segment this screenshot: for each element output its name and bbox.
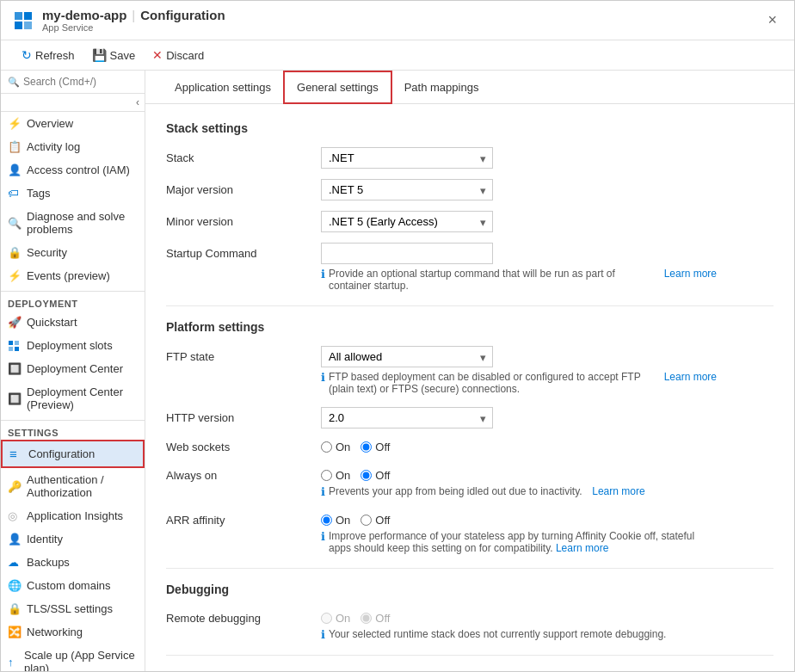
always-on-off-label[interactable]: Off (361, 469, 390, 482)
ftp-learn-more-link[interactable]: Learn more (664, 371, 717, 383)
sidebar-item-iam[interactable]: 👤 Access control (IAM) (1, 158, 145, 182)
sidebar-item-quickstart[interactable]: 🚀 Quickstart (1, 311, 145, 334)
tab-app-settings[interactable]: Application settings (163, 71, 283, 103)
divider-1 (166, 305, 773, 306)
remote-debug-info-row: ℹ Your selected runtime stack does not c… (321, 628, 717, 641)
stack-label: Stack (166, 151, 321, 164)
cert-section-title: Incoming client certificates (166, 669, 773, 671)
tab-general-settings[interactable]: General settings (283, 71, 392, 104)
always-on-control: On Off (321, 465, 390, 482)
custom-domains-icon: 🌐 (8, 579, 22, 592)
sidebar-item-events[interactable]: ⚡ Events (preview) (1, 264, 145, 287)
arr-learn-more-link[interactable]: Learn more (556, 542, 608, 554)
startup-learn-more-link[interactable]: Learn more (664, 268, 717, 280)
backups-icon: ☁ (8, 556, 22, 569)
startup-info-icon: ℹ (321, 268, 325, 281)
startup-command-control (321, 243, 493, 264)
web-sockets-label: Web sockets (166, 441, 321, 453)
web-sockets-on-radio[interactable] (321, 441, 332, 453)
cert-section: Incoming client certificates Client cert… (166, 669, 773, 671)
sidebar-item-tags[interactable]: 🏷 Tags (1, 182, 145, 205)
http-version-select[interactable]: 2.0 1.1 (321, 407, 493, 428)
sidebar-item-app-insights[interactable]: ◎ Application Insights (1, 504, 145, 527)
arr-affinity-label: ARR affinity (166, 510, 321, 527)
overview-icon: ⚡ (8, 117, 22, 130)
remote-debug-row: Remote debugging On Off (166, 608, 773, 625)
sidebar-item-deployment-center[interactable]: 🔲 Deployment Center (1, 357, 145, 380)
http-version-row: HTTP version 2.0 1.1 ▾ (166, 407, 773, 428)
startup-info-text: Provide an optional startup command that… (329, 268, 654, 292)
always-on-learn-more-link[interactable]: Learn more (592, 485, 644, 497)
always-on-info-icon: ℹ (321, 485, 325, 498)
startup-command-input[interactable] (321, 243, 493, 264)
discard-button[interactable]: ✕ Discard (145, 45, 211, 65)
ftp-state-control: All allowed FTP only FTPS only Disabled … (321, 346, 493, 367)
tab-path-mappings[interactable]: Path mappings (392, 71, 491, 103)
remote-debug-info-text: Your selected runtime stack does not cur… (329, 628, 666, 640)
sidebar-item-deployment-center-preview[interactable]: 🔲 Deployment Center (Preview) (1, 380, 145, 416)
tabs-bar: Application settings General settings Pa… (145, 71, 794, 104)
arr-affinity-off-radio[interactable] (361, 515, 372, 526)
app-insights-icon: ◎ (8, 509, 22, 522)
always-on-info-text: Prevents your app from being idled out d… (329, 485, 582, 497)
sidebar-item-security[interactable]: 🔒 Security (1, 241, 145, 264)
arr-affinity-on-radio[interactable] (321, 515, 332, 526)
stack-row: Stack .NET Java Node PHP ▾ (166, 147, 773, 169)
sidebar-item-identity[interactable]: 👤 Identity (1, 527, 145, 551)
minor-version-select[interactable]: .NET 5 (Early Access) .NET 5 (321, 211, 493, 232)
arr-affinity-off-label[interactable]: Off (361, 514, 390, 527)
app-window: my-demo-app | Configuration App Service … (0, 0, 795, 672)
major-version-select-wrapper: .NET 5 .NET Core 3.1 ▾ (321, 179, 493, 200)
always-on-on-radio[interactable] (321, 470, 332, 481)
svg-rect-5 (15, 341, 19, 345)
refresh-icon: ↻ (22, 48, 32, 62)
sidebar-item-diagnose[interactable]: 🔍 Diagnose and solve problems (1, 205, 145, 241)
web-sockets-off-radio[interactable] (361, 441, 372, 453)
sidebar-item-backups[interactable]: ☁ Backups (1, 551, 145, 574)
arr-info-row: ℹ Improve performance of your stateless … (321, 530, 717, 554)
platform-settings-title: Platform settings (166, 320, 773, 334)
web-sockets-row: Web sockets On Off (166, 441, 773, 453)
sidebar-collapse-button[interactable]: ‹ (1, 94, 145, 112)
always-on-off-radio[interactable] (361, 470, 372, 481)
remote-debug-off-radio (361, 613, 372, 624)
sidebar-item-networking[interactable]: 🔀 Networking (1, 620, 145, 644)
sidebar-item-scale-up[interactable]: ↑ Scale up (App Service plan) (1, 644, 145, 671)
events-icon: ⚡ (8, 269, 22, 282)
sidebar-item-activity-log[interactable]: 📋 Activity log (1, 135, 145, 158)
app-subtitle: App Service (42, 22, 761, 33)
sidebar-item-custom-domains[interactable]: 🌐 Custom domains (1, 574, 145, 597)
sidebar-item-auth[interactable]: 🔑 Authentication / Authorization (1, 468, 145, 504)
remote-debug-control: On Off (321, 608, 390, 625)
platform-settings-section: Platform settings FTP state All allowed … (166, 320, 773, 554)
arr-affinity-on-label[interactable]: On (321, 514, 350, 527)
search-icon: 🔍 (8, 77, 20, 88)
ftp-state-select[interactable]: All allowed FTP only FTPS only Disabled (321, 346, 493, 367)
major-version-row: Major version .NET 5 .NET Core 3.1 ▾ (166, 179, 773, 200)
web-sockets-off-label[interactable]: Off (361, 441, 390, 453)
major-version-select[interactable]: .NET 5 .NET Core 3.1 (321, 179, 493, 200)
stack-select[interactable]: .NET Java Node PHP (321, 147, 493, 169)
quickstart-icon: 🚀 (8, 316, 22, 329)
refresh-button[interactable]: ↻ Refresh (15, 45, 82, 65)
svg-rect-7 (15, 347, 19, 351)
remote-debug-on-radio (321, 613, 332, 624)
close-button[interactable]: × (761, 8, 784, 33)
sidebar-item-deployment-slots[interactable]: Deployment slots (1, 334, 145, 357)
save-button[interactable]: 💾 Save (85, 45, 143, 65)
remote-debug-info-icon: ℹ (321, 628, 325, 641)
section-deployment: Deployment (1, 291, 145, 311)
deployment-center-icon: 🔲 (8, 362, 22, 375)
sidebar-item-tls-ssl[interactable]: 🔒 TLS/SSL settings (1, 597, 145, 620)
tls-icon: 🔒 (8, 602, 22, 615)
sidebar-item-configuration[interactable]: ≡ Configuration (1, 440, 145, 468)
always-on-on-label[interactable]: On (321, 469, 350, 482)
auth-icon: 🔑 (8, 480, 22, 493)
sidebar-item-overview[interactable]: ⚡ Overview (1, 112, 145, 135)
svg-rect-3 (24, 22, 32, 29)
web-sockets-on-label[interactable]: On (321, 441, 350, 453)
remote-debug-on-label: On (321, 612, 350, 625)
deployment-center-preview-icon: 🔲 (8, 392, 22, 405)
debugging-title: Debugging (166, 583, 773, 596)
sidebar-search-input[interactable] (23, 76, 138, 88)
